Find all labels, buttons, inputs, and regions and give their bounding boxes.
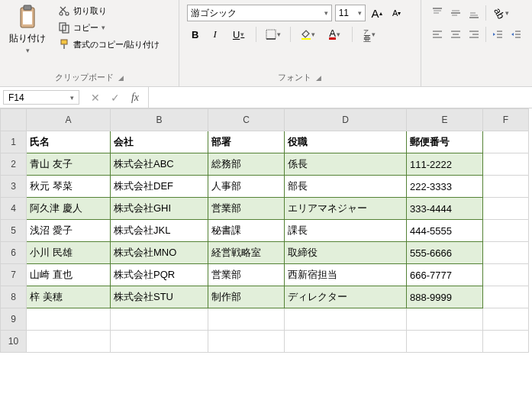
cell[interactable] — [483, 198, 529, 220]
cell[interactable]: 郵便番号 — [407, 131, 483, 153]
row-header[interactable]: 4 — [1, 198, 27, 220]
cell[interactable]: 小川 民雄 — [27, 242, 111, 264]
cell[interactable]: 444-5555 — [407, 220, 483, 242]
cell[interactable]: 西新宿担当 — [285, 264, 407, 286]
cell[interactable]: 青山 友子 — [27, 153, 111, 176]
cancel-button[interactable]: ✕ — [85, 87, 105, 108]
row-header[interactable]: 3 — [1, 176, 27, 198]
cell[interactable]: 山崎 直也 — [27, 264, 111, 286]
cell[interactable]: 人事部 — [208, 176, 285, 198]
cell[interactable]: 取締役 — [285, 242, 407, 264]
cell[interactable]: 部署 — [208, 131, 285, 153]
row-header[interactable]: 7 — [1, 264, 27, 286]
cell[interactable]: 営業部 — [208, 198, 285, 220]
formula-input[interactable] — [149, 87, 532, 108]
cell[interactable] — [483, 220, 529, 242]
cell[interactable] — [483, 264, 529, 286]
decrease-indent-button[interactable] — [489, 26, 506, 43]
cell[interactable] — [483, 308, 529, 331]
cell[interactable]: 株式会社MNO — [111, 242, 208, 264]
cell[interactable]: 株式会社PQR — [111, 264, 208, 286]
spreadsheet-grid[interactable]: ABCDEF1氏名会社部署役職郵便番号2青山 友子株式会社ABC総務部係長111… — [0, 108, 532, 410]
align-middle-button[interactable] — [447, 5, 464, 21]
row-header[interactable]: 10 — [1, 331, 27, 353]
cell[interactable]: ディレクター — [285, 286, 407, 308]
cell[interactable]: エリアマネジャー — [285, 198, 407, 220]
cell[interactable] — [483, 286, 529, 308]
column-header[interactable]: D — [285, 109, 407, 131]
cell[interactable]: 営業部 — [208, 264, 285, 286]
orientation-button[interactable]: ab▾ — [489, 5, 514, 21]
cell[interactable]: 株式会社GHI — [111, 198, 208, 220]
cell[interactable]: 株式会社DEF — [111, 176, 208, 198]
cell[interactable]: 会社 — [111, 131, 208, 153]
cell[interactable]: 氏名 — [27, 131, 111, 153]
cell[interactable]: 総務部 — [208, 153, 285, 176]
font-color-button[interactable]: A▾ — [323, 26, 347, 43]
phonetic-button[interactable]: ア亜▾ — [357, 26, 382, 43]
column-header[interactable]: B — [111, 109, 208, 131]
cell[interactable] — [285, 331, 407, 353]
row-header[interactable]: 1 — [1, 131, 27, 153]
cell[interactable]: 888-9999 — [407, 286, 483, 308]
cell[interactable] — [27, 331, 111, 353]
paste-button[interactable]: 貼り付け ▾ — [5, 3, 50, 56]
dialog-launcher-icon[interactable]: ◢ — [316, 74, 321, 82]
column-header[interactable]: E — [407, 109, 483, 131]
cell[interactable]: 株式会社JKL — [111, 220, 208, 242]
increase-indent-button[interactable] — [508, 26, 524, 43]
cell[interactable]: 666-7777 — [407, 264, 483, 286]
cut-button[interactable]: 切り取り — [55, 3, 163, 18]
cell[interactable]: 222-3333 — [407, 176, 483, 198]
cell[interactable]: 役職 — [285, 131, 407, 153]
italic-button[interactable]: I — [207, 26, 224, 43]
insert-function-button[interactable]: fx — [125, 87, 145, 108]
copy-button[interactable]: コピー ▾ — [55, 20, 163, 35]
column-header[interactable]: C — [208, 109, 285, 131]
cell[interactable] — [407, 331, 483, 353]
cell[interactable]: 阿久津 慶人 — [27, 198, 111, 220]
column-header[interactable]: F — [483, 109, 529, 131]
cell[interactable]: 課長 — [285, 220, 407, 242]
decrease-font-button[interactable]: A▾ — [389, 5, 405, 21]
cell[interactable] — [483, 331, 529, 353]
cell[interactable]: 秋元 琴菜 — [27, 176, 111, 198]
cell[interactable]: 株式会社ABC — [111, 153, 208, 176]
cell[interactable]: 梓 美穂 — [27, 286, 111, 308]
font-name-combo[interactable]: 游ゴシック ▾ — [187, 5, 332, 21]
borders-button[interactable]: ▾ — [261, 26, 285, 43]
dialog-launcher-icon[interactable]: ◢ — [118, 74, 124, 82]
enter-button[interactable]: ✓ — [105, 87, 125, 108]
cell[interactable]: 浅沼 愛子 — [27, 220, 111, 242]
cell[interactable]: 部長 — [285, 176, 407, 198]
name-box[interactable]: F14 ▾ — [3, 90, 79, 105]
select-all-corner[interactable] — [1, 109, 27, 131]
align-right-button[interactable] — [466, 26, 482, 43]
format-painter-button[interactable]: 書式のコピー/貼り付け — [55, 37, 163, 52]
cell[interactable] — [285, 308, 407, 331]
cell[interactable] — [208, 331, 285, 353]
increase-font-button[interactable]: A▴ — [369, 5, 385, 21]
align-top-button[interactable] — [429, 5, 446, 21]
cell[interactable]: 係長 — [285, 153, 407, 176]
cell[interactable] — [111, 308, 208, 331]
cell[interactable] — [27, 308, 111, 331]
cell[interactable]: 制作部 — [208, 286, 285, 308]
fill-color-button[interactable]: ▾ — [295, 26, 320, 43]
font-size-combo[interactable]: 11 ▾ — [335, 5, 366, 21]
row-header[interactable]: 8 — [1, 286, 27, 308]
underline-button[interactable]: U▾ — [227, 26, 251, 43]
row-header[interactable]: 6 — [1, 242, 27, 264]
align-center-button[interactable] — [447, 26, 464, 43]
cell[interactable] — [483, 176, 529, 198]
cell[interactable] — [111, 331, 208, 353]
cell[interactable] — [407, 308, 483, 331]
cell[interactable]: 株式会社STU — [111, 286, 208, 308]
cell[interactable]: 秘書課 — [208, 220, 285, 242]
align-left-button[interactable] — [429, 26, 446, 43]
bold-button[interactable]: B — [187, 26, 204, 43]
cell[interactable] — [483, 131, 529, 153]
cell[interactable]: 555-6666 — [407, 242, 483, 264]
cell[interactable] — [483, 242, 529, 264]
row-header[interactable]: 2 — [1, 153, 27, 176]
